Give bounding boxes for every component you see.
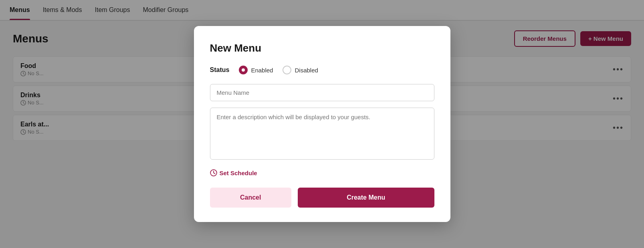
set-schedule-link[interactable]: Set Schedule	[210, 169, 434, 176]
disabled-radio-option[interactable]: Disabled	[283, 66, 318, 74]
enabled-radio-option[interactable]: Enabled	[239, 66, 273, 74]
status-row: Status Enabled Disabled	[210, 66, 434, 74]
disabled-label: Disabled	[295, 67, 318, 74]
menu-name-input[interactable]	[210, 84, 434, 101]
menu-description-input[interactable]	[210, 108, 434, 160]
set-schedule-label: Set Schedule	[220, 170, 257, 176]
modal-title: New Menu	[210, 42, 434, 54]
modal-overlay: New Menu Status Enabled Disabled	[0, 0, 644, 248]
background-page: Menus Items & Mods Item Groups Modifier …	[0, 0, 644, 248]
enabled-radio[interactable]	[239, 66, 248, 74]
disabled-radio[interactable]	[283, 66, 291, 74]
enabled-label: Enabled	[251, 67, 273, 74]
new-menu-modal: New Menu Status Enabled Disabled	[194, 26, 450, 222]
cancel-button[interactable]: Cancel	[210, 188, 291, 208]
status-label: Status	[210, 66, 230, 74]
schedule-clock-icon	[210, 169, 217, 176]
create-menu-button[interactable]: Create Menu	[298, 188, 434, 208]
modal-footer: Cancel Create Menu	[210, 188, 434, 208]
